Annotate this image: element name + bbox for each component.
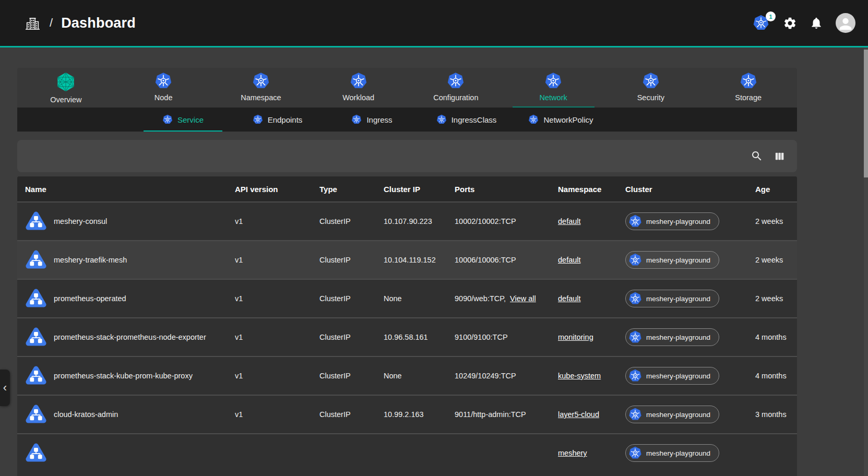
table-row[interactable]: prometheus-stack-kube-prom-kube-proxy v1… [17,356,797,395]
service-name: prometheus-stack-kube-prom-kube-proxy [54,372,193,380]
service-name: meshery-consul [54,217,107,225]
service-name: prometheus-stack-prometheus-node-exporte… [54,333,206,341]
tab-network[interactable]: Network [505,68,602,108]
cluster-chip[interactable]: meshery-playground [625,328,719,346]
cluster-name: meshery-playground [646,218,710,225]
cluster-name: meshery-playground [646,411,710,419]
tab-configuration[interactable]: Configuration [407,68,505,108]
service-type: ClusterIP [319,333,384,341]
column-header-name[interactable]: Name [25,185,235,194]
service-type: ClusterIP [319,294,384,303]
table-header-row: NameAPI versionTypeCluster IPPortsNamesp… [17,176,797,201]
namespace-link[interactable]: monitoring [558,333,593,341]
column-header-namespace[interactable]: Namespace [558,185,625,194]
kubernetes-icon [628,330,642,344]
service-icon [25,288,47,309]
age: 4 months [755,333,797,341]
table-toolbar [17,140,797,172]
kubernetes-icon [628,215,642,228]
service-icon [25,365,47,386]
settings-gear-icon[interactable] [783,16,797,30]
tab-namespace[interactable]: Namespace [212,68,310,108]
view-columns-icon[interactable] [774,150,786,162]
age: 3 months [755,410,797,419]
vertical-scrollbar[interactable] [864,47,868,476]
table-row[interactable]: meshery-consul v1 ClusterIP 10.107.90.22… [17,201,797,240]
cluster-ip: None [384,372,455,380]
cluster-name: meshery-playground [646,372,710,380]
namespace-link[interactable]: default [558,256,581,264]
subtab-networkpolicy[interactable]: NetworkPolicy [514,108,608,132]
organization-building-icon[interactable] [24,15,41,32]
api-version: v1 [235,217,319,225]
cluster-chip[interactable]: meshery-playground [625,406,719,423]
subtab-ingress[interactable]: Ingress [325,108,419,132]
service-icon [25,443,47,463]
table-row[interactable]: cloud-kratos-admin v1 ClusterIP 10.99.2.… [17,395,797,433]
scrollbar-thumb[interactable] [864,50,868,177]
cluster-chip[interactable]: meshery-playground [625,444,719,462]
subtab-endpoints[interactable]: Endpoints [230,108,325,132]
cluster-chip[interactable]: meshery-playground [625,212,719,230]
kubernetes-icon [252,72,270,90]
cluster-chip[interactable]: meshery-playground [625,251,719,269]
api-version: v1 [235,256,319,264]
table-row[interactable]: prometheus-operated v1 ClusterIP None 90… [17,279,797,317]
notifications-bell-icon[interactable] [810,16,823,30]
table-row[interactable]: prometheus-stack-prometheus-node-exporte… [17,317,797,356]
tab-overview[interactable]: Overview [17,68,115,108]
kubernetes-icon [628,446,642,460]
kubernetes-icon [544,72,562,90]
search-icon[interactable] [751,150,763,162]
network-subtabs: Service Endpoints Ingress IngressClass [17,108,797,132]
kubernetes-icon [628,330,642,344]
namespace-link[interactable]: layer5-cloud [558,410,599,419]
namespace-link[interactable]: kube-system [558,372,601,380]
services-table: NameAPI versionTypeCluster IPPortsNamesp… [17,176,797,476]
kubernetes-context-icon[interactable]: 1 [753,15,770,31]
subtab-service[interactable]: Service [136,108,230,132]
age: 4 months [755,372,797,380]
column-header-cluster[interactable]: Cluster [625,185,755,194]
meshery-logo-icon [56,72,76,92]
cluster-ip: 10.107.90.223 [384,217,455,225]
subtab-ingressclass[interactable]: IngressClass [419,108,514,132]
kubernetes-icon [628,369,642,383]
user-avatar[interactable] [836,13,855,33]
column-header-type[interactable]: Type [319,185,384,194]
table-row[interactable]: meshery meshery-playground [17,433,797,472]
column-header-cluster-ip[interactable]: Cluster IP [384,185,455,194]
kubernetes-icon [154,72,172,90]
namespace-link[interactable]: default [558,217,581,225]
service-type: ClusterIP [319,372,384,380]
cluster-chip[interactable]: meshery-playground [625,290,719,307]
api-version: v1 [235,372,319,380]
breadcrumb-separator: / [50,16,53,30]
service-name: meshery-traefik-mesh [54,256,127,264]
namespace-link[interactable]: default [558,294,581,303]
service-icon [25,211,47,232]
column-header-age[interactable]: Age [755,185,797,194]
tab-workload[interactable]: Workload [310,68,407,108]
table-row[interactable]: meshery-traefik-mesh v1 ClusterIP 10.104… [17,240,797,279]
chevron-left-icon[interactable]: ‹ [0,370,10,406]
service-type: ClusterIP [319,410,384,419]
kubernetes-icon [740,72,757,90]
kubernetes-icon [628,408,642,421]
namespace-link[interactable]: meshery [558,449,587,457]
kubernetes-icon [628,408,642,421]
cluster-ip: 10.96.58.161 [384,333,455,341]
cluster-name: meshery-playground [646,449,710,457]
tab-storage[interactable]: Storage [699,68,797,108]
column-header-ports[interactable]: Ports [455,185,558,194]
kubernetes-icon [642,72,660,90]
kubernetes-icon [628,253,642,267]
column-header-api-version[interactable]: API version [235,185,319,194]
tab-security[interactable]: Security [602,68,700,108]
view-all-link[interactable]: View all [510,294,536,303]
api-version: v1 [235,294,319,303]
tab-node[interactable]: Node [115,68,212,108]
cluster-name: meshery-playground [646,256,710,264]
cluster-chip[interactable]: meshery-playground [625,367,719,385]
service-icon [25,327,47,348]
